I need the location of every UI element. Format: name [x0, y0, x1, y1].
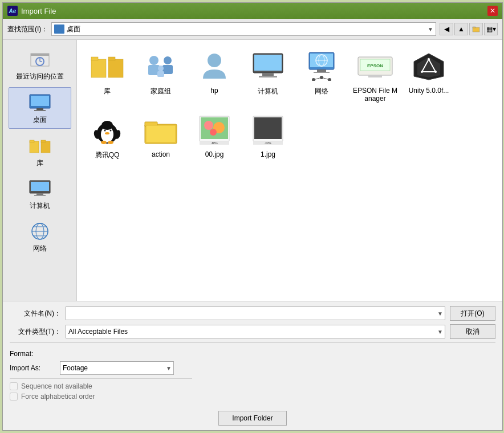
cancel-button[interactable]: 取消 — [450, 324, 495, 339]
svg-rect-1 — [473, 27, 475, 28]
svg-text:JPG: JPG — [265, 141, 271, 145]
up-icon: ▲ — [458, 25, 465, 33]
location-label: 查找范围(I)： — [7, 24, 48, 34]
svg-rect-38 — [259, 76, 277, 77]
sidebar-desktop-label: 桌面 — [33, 115, 47, 125]
file-item-epson[interactable]: EPSON EPSON File Manager — [349, 44, 401, 106]
svg-point-34 — [208, 54, 221, 67]
sidebar-recent-icon — [29, 48, 51, 71]
svg-rect-27 — [108, 57, 115, 60]
file-label-hp: hp — [210, 87, 218, 95]
sidebar-item-recent[interactable]: 最近访问的位置 — [9, 44, 71, 85]
svg-rect-86 — [254, 117, 282, 139]
location-dropdown[interactable]: 桌面 ▼ — [51, 22, 436, 36]
up-button[interactable]: ▲ — [454, 23, 468, 35]
svg-point-60 — [421, 71, 423, 73]
location-dropdown-arrow: ▼ — [428, 26, 433, 32]
file-item-family[interactable]: 家庭组 — [135, 44, 186, 106]
back-icon: ◀ — [444, 25, 449, 33]
bottom-bar: 文件名(N)： ▼ 打开(O) 文件类型(T)： All Acceptable … — [3, 301, 502, 430]
file-icon-qq — [89, 112, 125, 148]
file-item-00jpg[interactable]: JPG 00.jpg — [189, 108, 240, 164]
sidebar-desktop-icon — [29, 91, 51, 114]
sidebar-computer-label: 计算机 — [30, 201, 50, 211]
file-item-qq[interactable]: 腾讯QQ — [82, 108, 133, 164]
svg-point-28 — [149, 56, 158, 65]
sidebar-item-library[interactable]: 库 — [9, 131, 71, 171]
view-button[interactable]: ▦▾ — [484, 23, 498, 35]
svg-rect-44 — [317, 70, 326, 72]
import-as-select[interactable]: Footage Composition Composition - Retain… — [60, 361, 174, 375]
sidebar-library-label: 库 — [36, 158, 43, 168]
filetype-select[interactable]: All Acceptable Files — [66, 325, 445, 338]
file-icon-unity — [410, 48, 447, 84]
svg-rect-76 — [146, 125, 176, 142]
sidebar-item-computer[interactable]: 计算机 — [9, 174, 71, 214]
title-bar-left: Ae Import File — [7, 6, 56, 16]
svg-point-71 — [101, 141, 107, 144]
svg-rect-8 — [31, 96, 49, 106]
sequence-label: Sequence not available — [21, 382, 92, 390]
file-icon-hp — [196, 48, 233, 84]
sidebar-item-desktop[interactable]: 桌面 — [9, 87, 71, 129]
close-button[interactable]: ✕ — [487, 6, 498, 16]
filename-input[interactable] — [66, 307, 445, 320]
file-item-library[interactable]: 库 — [82, 44, 133, 106]
file-label-action: action — [152, 150, 170, 158]
back-button[interactable]: ◀ — [440, 23, 453, 35]
import-as-label: Import As: — [10, 364, 55, 372]
file-icon-family — [143, 48, 179, 84]
sidebar: 最近访问的位置 桌面 — [3, 40, 77, 301]
sidebar-network-icon — [29, 220, 51, 243]
svg-rect-11 — [30, 141, 39, 153]
new-folder-button[interactable] — [469, 23, 483, 35]
file-label-library: 库 — [104, 87, 111, 96]
desktop-folder-icon — [54, 24, 64, 34]
svg-rect-26 — [108, 59, 123, 77]
svg-point-30 — [164, 56, 172, 64]
svg-point-68 — [105, 132, 109, 134]
filetype-label: 文件类型(T)： — [10, 327, 61, 337]
file-area: 库 家庭组 — [77, 40, 502, 301]
sequence-checkbox[interactable] — [10, 382, 18, 390]
filetype-row: 文件类型(T)： All Acceptable Files ▼ 取消 — [10, 324, 495, 339]
svg-rect-45 — [314, 72, 330, 73]
force-alpha-checkbox[interactable] — [10, 393, 18, 401]
import-folder-button[interactable]: Import Folder — [218, 411, 287, 426]
filename-input-wrapper: ▼ — [66, 307, 445, 320]
toolbar-buttons: ◀ ▲ ▦▾ — [440, 23, 498, 35]
file-label-network: 网络 — [315, 87, 328, 96]
svg-rect-14 — [41, 140, 46, 142]
filename-row: 文件名(N)： ▼ 打开(O) — [10, 306, 495, 321]
file-label-qq: 腾讯QQ — [95, 150, 120, 160]
svg-point-66 — [104, 130, 106, 132]
file-item-1jpg[interactable]: JPG 1.jpg — [242, 108, 294, 164]
import-file-dialog: Ae Import File ✕ 查找范围(I)： 桌面 ▼ ◀ ▲ — [2, 2, 503, 431]
format-section: Format: Import As: Footage Composition C… — [10, 346, 495, 406]
divider — [10, 342, 495, 343]
file-label-00jpg: 00.jpg — [205, 150, 224, 158]
force-alpha-checkbox-row: Force alphabetical order — [10, 393, 495, 401]
sidebar-network-label: 网络 — [33, 244, 47, 254]
open-button[interactable]: 打开(O) — [450, 306, 495, 321]
format-divider — [10, 378, 192, 379]
svg-point-32 — [158, 66, 164, 71]
file-label-unity: Unity 5.0.0f... — [409, 87, 449, 95]
file-item-computer[interactable]: 计算机 — [242, 44, 294, 106]
file-icon-1jpg: JPG — [250, 112, 286, 148]
file-item-unity[interactable]: Unity 5.0.0f... — [403, 44, 454, 106]
import-as-row: Import As: Footage Composition Compositi… — [10, 361, 495, 375]
file-icon-computer — [250, 48, 286, 84]
file-item-hp[interactable]: hp — [189, 44, 240, 106]
file-item-action[interactable]: action — [135, 108, 186, 164]
import-folder-section: Import Folder — [10, 411, 495, 426]
svg-rect-25 — [91, 57, 98, 60]
svg-point-58 — [428, 58, 430, 60]
svg-point-59 — [434, 71, 437, 73]
file-icon-network — [303, 48, 340, 84]
svg-rect-3 — [31, 54, 49, 56]
format-label: Format: — [10, 350, 55, 358]
file-item-network[interactable]: 网络 — [296, 44, 347, 106]
sidebar-recent-label: 最近访问的位置 — [16, 72, 64, 81]
sidebar-item-network[interactable]: 网络 — [9, 217, 71, 257]
